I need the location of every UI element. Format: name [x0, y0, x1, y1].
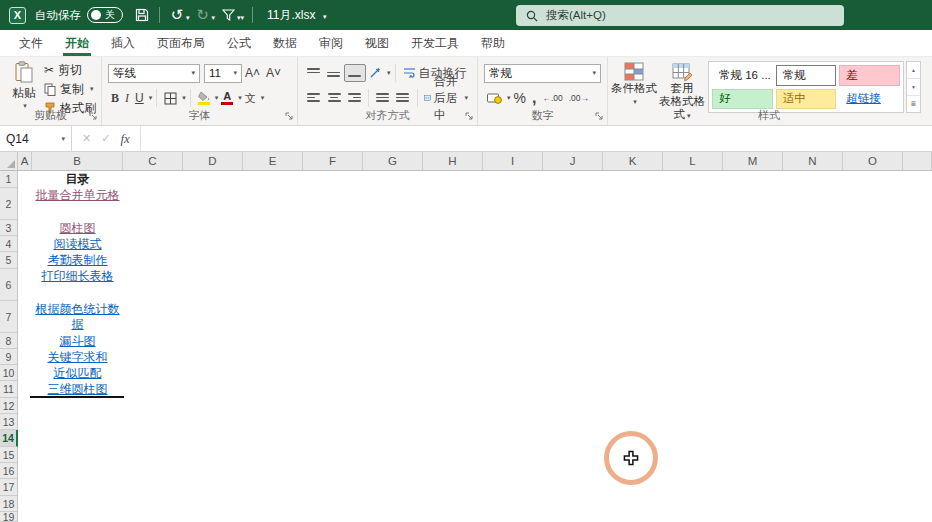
align-right-button[interactable] — [344, 90, 364, 106]
row-header-13[interactable]: 13 — [0, 414, 17, 430]
tab-视图[interactable]: 视图 — [354, 30, 400, 56]
formula-input[interactable] — [141, 126, 932, 151]
gallery-scroll-up-icon[interactable]: ▲ — [907, 62, 920, 79]
row-header-5[interactable]: 5 — [0, 252, 17, 269]
number-dialog-launcher-icon[interactable] — [595, 112, 604, 121]
font-name-select[interactable]: 等线 ▾ — [108, 64, 200, 83]
decrease-decimal-button[interactable]: .00→ — [566, 91, 592, 105]
tab-审阅[interactable]: 审阅 — [308, 30, 354, 56]
tab-公式[interactable]: 公式 — [216, 30, 262, 56]
toc-link-打印细长表格[interactable]: 打印细长表格 — [32, 269, 123, 301]
number-format-select[interactable]: 常规 ▾ — [484, 64, 601, 83]
toc-link-关键字求和[interactable]: 关键字求和 — [32, 349, 123, 365]
alignment-dialog-launcher-icon[interactable] — [465, 112, 474, 121]
column-header-J[interactable]: J — [543, 152, 603, 170]
percent-style-button[interactable]: % — [511, 88, 529, 108]
row-header-16[interactable]: 16 — [0, 463, 17, 479]
toc-link-根据颜色统计数据[interactable]: 根据颜色统计数据 — [32, 301, 123, 333]
document-title[interactable]: 11月.xlsx ▾ — [267, 7, 326, 24]
row-header-8[interactable]: 8 — [0, 333, 17, 349]
row-header-14[interactable]: 14 — [0, 430, 18, 447]
increase-font-button[interactable]: A˄ — [242, 64, 263, 82]
undo-button[interactable]: ↺ — [166, 4, 188, 26]
accounting-format-button[interactable] — [484, 90, 505, 106]
row-header-9[interactable]: 9 — [0, 349, 17, 365]
column-header-L[interactable]: L — [663, 152, 723, 170]
column-header-E[interactable]: E — [243, 152, 303, 170]
phonetic-guide-button[interactable]: 文 — [242, 89, 259, 108]
column-header-partial[interactable] — [903, 152, 932, 170]
column-header-F[interactable]: F — [303, 152, 363, 170]
tab-页面布局[interactable]: 页面布局 — [146, 30, 216, 56]
toc-link-圆柱图[interactable]: 圆柱图 — [32, 220, 123, 236]
redo-dropdown-icon[interactable]: ▾ — [212, 14, 216, 22]
underline-dropdown-icon[interactable]: ▾ — [149, 94, 153, 102]
row-header-10[interactable]: 10 — [0, 365, 17, 381]
confirm-icon[interactable]: ✓ — [101, 132, 110, 145]
row-header-4[interactable]: 4 — [0, 236, 17, 252]
bold-button[interactable]: B — [108, 89, 122, 108]
row-header-19[interactable]: 19 — [0, 512, 17, 522]
insert-function-icon[interactable]: fx — [120, 131, 129, 147]
toc-link-近似匹配[interactable]: 近似匹配 — [32, 365, 123, 381]
toc-link-批量合并单元格[interactable]: 批量合并单元格 — [32, 188, 123, 220]
align-left-button[interactable] — [304, 90, 324, 106]
cut-button[interactable]: ✂ 剪切 — [44, 62, 96, 78]
phonetic-dropdown-icon[interactable]: ▾ — [261, 94, 265, 102]
cell-style-适中[interactable]: 适中 — [776, 89, 837, 110]
row-header-11[interactable]: 11 — [0, 381, 17, 398]
save-button[interactable] — [131, 4, 153, 26]
toc-link-漏斗图[interactable]: 漏斗图 — [32, 333, 123, 349]
align-middle-button[interactable] — [324, 65, 344, 81]
borders-button[interactable] — [161, 90, 180, 107]
row-header-2[interactable]: 2 — [0, 188, 17, 220]
undo-dropdown-icon[interactable]: ▾ — [186, 14, 190, 22]
increase-indent-button[interactable] — [393, 90, 413, 106]
autosave-toggle[interactable]: 关 — [87, 7, 123, 23]
column-header-C[interactable]: C — [123, 152, 183, 170]
cell-style-好[interactable]: 好 — [712, 89, 773, 110]
fill-color-button[interactable] — [195, 90, 213, 107]
tab-帮助[interactable]: 帮助 — [470, 30, 516, 56]
row-header-1[interactable]: 1 — [0, 171, 17, 188]
cancel-icon[interactable]: ✕ — [82, 132, 91, 145]
font-size-select[interactable]: 11 ▾ — [204, 64, 242, 83]
increase-decimal-button[interactable]: ←.00 — [539, 91, 565, 105]
column-header-B[interactable]: B — [32, 152, 123, 170]
copy-button[interactable]: 复制 ▾ — [44, 81, 96, 97]
align-top-button[interactable] — [304, 65, 324, 81]
column-header-A[interactable]: A — [18, 152, 32, 170]
column-header-I[interactable]: I — [483, 152, 543, 170]
align-bottom-button[interactable] — [344, 64, 366, 82]
tab-数据[interactable]: 数据 — [262, 30, 308, 56]
underline-button[interactable]: U — [132, 89, 147, 107]
column-header-K[interactable]: K — [603, 152, 663, 170]
column-header-H[interactable]: H — [423, 152, 483, 170]
cell-style-超链接[interactable]: 超链接 — [839, 89, 900, 110]
comma-style-button[interactable]: , — [529, 87, 539, 109]
font-color-button[interactable]: A — [218, 89, 236, 107]
column-header-D[interactable]: D — [183, 152, 243, 170]
select-all-corner[interactable] — [0, 152, 18, 171]
italic-button[interactable]: I — [122, 89, 132, 108]
row-header-15[interactable]: 15 — [0, 447, 17, 463]
row-header-6[interactable]: 6 — [0, 269, 17, 301]
borders-dropdown-icon[interactable]: ▾ — [182, 94, 186, 102]
row-header-3[interactable]: 3 — [0, 220, 17, 236]
gallery-scroll-down-icon[interactable]: ▼ — [907, 79, 920, 96]
column-header-G[interactable]: G — [363, 152, 423, 170]
row-header-12[interactable]: 12 — [0, 398, 17, 414]
filter-button[interactable] — [217, 4, 239, 26]
row-header-7[interactable]: 7 — [0, 301, 17, 333]
cell-style-常规 16 ...[interactable]: 常规 16 ... — [712, 65, 773, 86]
tab-开始[interactable]: 开始 — [54, 30, 100, 56]
decrease-indent-button[interactable] — [373, 90, 393, 106]
font-dialog-launcher-icon[interactable] — [285, 112, 294, 121]
customize-toolbar-icon[interactable]: ▾ — [241, 14, 245, 22]
name-box[interactable]: Q14 ▾ — [0, 126, 72, 151]
excel-app-icon[interactable]: X — [9, 7, 26, 24]
orientation-button[interactable] — [366, 65, 385, 81]
row-header-17[interactable]: 17 — [0, 479, 17, 496]
grid-rows[interactable]: 目录批量合并单元格圆柱图阅读模式考勤表制作打印细长表格根据颜色统计数据漏斗图关键… — [18, 171, 932, 522]
toc-link-阅读模式[interactable]: 阅读模式 — [32, 236, 123, 252]
